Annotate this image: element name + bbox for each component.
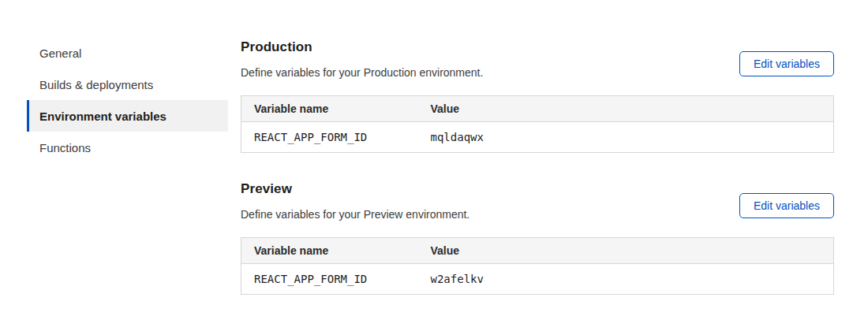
preview-variables-table: Variable name Value REACT_APP_FORM_ID w2… [241, 237, 834, 295]
sidebar-item-label: Builds & deployments [39, 78, 153, 91]
variable-value-cell: mqldaqwx [418, 122, 834, 153]
production-section: Production Define variables for your Pro… [241, 39, 834, 153]
table-row: REACT_APP_FORM_ID mqldaqwx [241, 122, 834, 153]
preview-section: Preview Define variables for your Previe… [241, 181, 834, 295]
settings-content: Production Define variables for your Pro… [241, 39, 834, 295]
sidebar-item-general[interactable]: General [27, 37, 228, 69]
production-edit-variables-button[interactable]: Edit variables [739, 51, 834, 76]
value-column-header: Value [418, 238, 834, 264]
sidebar-item-builds-deployments[interactable]: Builds & deployments [27, 69, 228, 100]
environment-variables-page: General Builds & deployments Environment… [0, 0, 868, 295]
variable-name-cell: REACT_APP_FORM_ID [241, 264, 418, 295]
table-header-row: Variable name Value [241, 96, 834, 122]
variable-name-cell: REACT_APP_FORM_ID [241, 122, 418, 153]
table-row: REACT_APP_FORM_ID w2afelkv [241, 264, 834, 295]
value-column-header: Value [418, 96, 834, 122]
variable-value-cell: w2afelkv [418, 264, 834, 295]
production-variables-table: Variable name Value REACT_APP_FORM_ID mq… [241, 95, 834, 153]
preview-edit-variables-button[interactable]: Edit variables [739, 193, 834, 218]
sidebar-item-environment-variables[interactable]: Environment variables [27, 100, 228, 132]
variable-name-column-header: Variable name [241, 96, 418, 122]
variable-name-column-header: Variable name [241, 238, 418, 264]
settings-sidebar: General Builds & deployments Environment… [27, 37, 228, 295]
sidebar-item-functions[interactable]: Functions [27, 132, 228, 163]
table-header-row: Variable name Value [241, 238, 834, 264]
sidebar-item-label: Functions [39, 141, 91, 154]
sidebar-item-label: Environment variables [39, 110, 166, 123]
sidebar-item-label: General [39, 46, 81, 60]
